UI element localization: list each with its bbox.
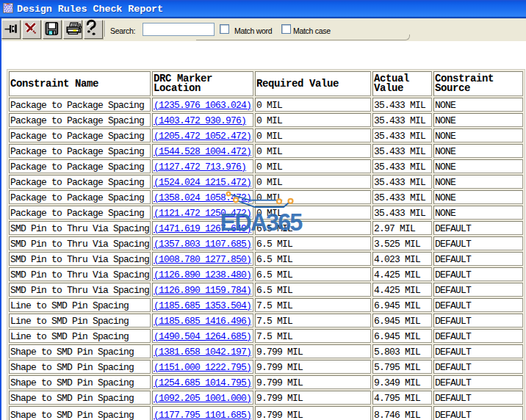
- svg-text:EDA365: EDA365: [220, 209, 303, 236]
